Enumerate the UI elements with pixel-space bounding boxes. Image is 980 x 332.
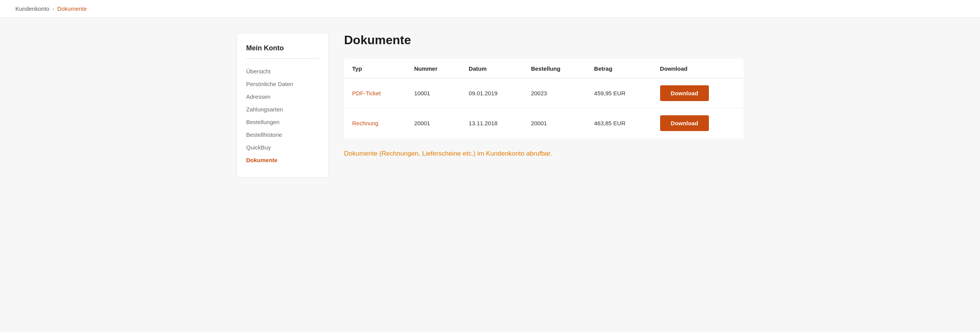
- sidebar-item-ubersicht[interactable]: Übersicht: [246, 65, 319, 78]
- row2-nummer: 20001: [406, 108, 461, 138]
- documents-table: Typ Nummer Datum Bestellung Betrag Downl…: [344, 59, 743, 138]
- th-nummer: Nummer: [406, 59, 461, 78]
- th-betrag: Betrag: [586, 59, 652, 78]
- row2-betrag: 463,85 EUR: [586, 108, 652, 138]
- row2-typ: Rechnung: [344, 108, 407, 138]
- row1-bestellung: 20023: [523, 78, 586, 108]
- row2-bestellung: 20001: [523, 108, 586, 138]
- row1-datum: 09.01.2019: [461, 78, 523, 108]
- breadcrumb-current: Dokumente: [57, 5, 87, 12]
- row2-typ-link[interactable]: Rechnung: [352, 120, 378, 126]
- row1-typ-link[interactable]: PDF-Ticket: [352, 90, 381, 96]
- sidebar-item-adressen[interactable]: Adressen: [246, 90, 319, 103]
- row1-nummer: 10001: [406, 78, 461, 108]
- sidebar-title: Mein Konto: [246, 44, 319, 52]
- th-datum: Datum: [461, 59, 523, 78]
- sidebar-item-quickbuy[interactable]: QuickBuy: [246, 141, 319, 154]
- row1-betrag: 459,95 EUR: [586, 78, 652, 108]
- row1-typ: PDF-Ticket: [344, 78, 407, 108]
- sidebar-item-bestellungen[interactable]: Bestellungen: [246, 116, 319, 128]
- sidebar-item-bestellhistorie[interactable]: Bestellhistorie: [246, 128, 319, 141]
- table-row: Rechnung 20001 13.11.2018 20001 463,85 E…: [344, 108, 743, 138]
- page-title: Dokumente: [344, 33, 743, 47]
- sidebar-item-persoenliche-daten[interactable]: Persönliche Daten: [246, 78, 319, 90]
- row1-download-cell: Download: [652, 78, 743, 108]
- info-text: Dokumente (Rechnungen, Lieferscheine etc…: [344, 150, 743, 158]
- breadcrumb: Kundenkonto › Dokumente: [0, 0, 980, 18]
- table-row: PDF-Ticket 10001 09.01.2019 20023 459,95…: [344, 78, 743, 108]
- content-area: Dokumente Typ Nummer Datum Bestellung Be…: [344, 33, 743, 178]
- sidebar: Mein Konto Übersicht Persönliche Daten A…: [237, 33, 329, 178]
- sidebar-item-zahlungsarten[interactable]: Zahlungsarten: [246, 103, 319, 116]
- sidebar-nav: Übersicht Persönliche Daten Adressen Zah…: [246, 65, 319, 166]
- row2-download-cell: Download: [652, 108, 743, 138]
- sidebar-divider: [246, 58, 319, 59]
- th-bestellung: Bestellung: [523, 59, 586, 78]
- breadcrumb-separator: ›: [52, 6, 54, 12]
- sidebar-item-dokumente[interactable]: Dokumente: [246, 154, 319, 166]
- row2-datum: 13.11.2018: [461, 108, 523, 138]
- breadcrumb-parent[interactable]: Kundenkonto: [15, 5, 49, 12]
- row1-download-button[interactable]: Download: [660, 85, 709, 101]
- th-download: Download: [652, 59, 743, 78]
- th-typ: Typ: [344, 59, 407, 78]
- table-header-row: Typ Nummer Datum Bestellung Betrag Downl…: [344, 59, 743, 78]
- row2-download-button[interactable]: Download: [660, 115, 709, 131]
- main-layout: Mein Konto Übersicht Persönliche Daten A…: [221, 33, 759, 178]
